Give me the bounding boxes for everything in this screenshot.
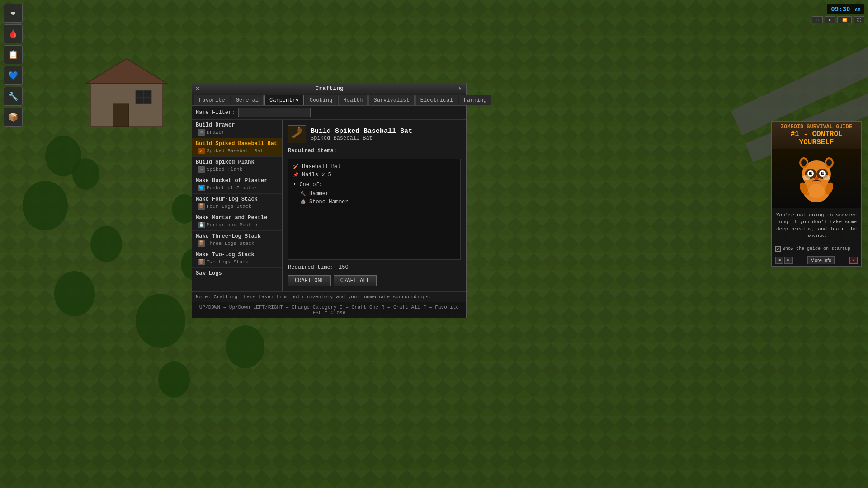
recipe-detail-panel: Build Spiked Baseball Bat Spiked Basebal…: [283, 120, 466, 291]
crafting-note: Note: Crafting items taken from both inv…: [192, 291, 466, 302]
svg-point-28: [808, 184, 825, 198]
guide-footer: ✓ Show the guide on startup: [772, 244, 861, 254]
recipe-spiked-plank[interactable]: Build Spiked Plank ▭ Spiked Plank: [192, 157, 282, 175]
recipe-spiked-plank-name: Build Spiked Plank: [196, 159, 278, 165]
guide-body-text: You're not going to survive long if you …: [772, 208, 861, 244]
tab-electrical[interactable]: Electrical: [415, 95, 458, 105]
recipe-three-log-name: Make Three-Log Stack: [196, 233, 278, 239]
craft-all-button[interactable]: CRAFT ALL: [334, 275, 377, 286]
guide-prev-button[interactable]: ◀: [775, 257, 783, 264]
heart-hud-icon[interactable]: 💙: [4, 66, 23, 85]
recipe-saw-logs-name: Saw Logs: [196, 270, 278, 277]
tree-5: [54, 271, 95, 316]
hud-panel: ❤ 🩸 📋 💙 🔧 📦: [4, 4, 23, 127]
skills-hud-icon[interactable]: 📋: [4, 45, 23, 64]
name-filter-input[interactable]: [238, 108, 311, 117]
svg-point-22: [821, 172, 824, 175]
recipe-build-drawer-sub: ▭ Drawer: [196, 129, 278, 136]
detail-header: Build Spiked Baseball Bat Spiked Basebal…: [288, 125, 461, 143]
crafting-maximize-button[interactable]: ⊡: [459, 85, 462, 92]
recipe-saw-logs[interactable]: Saw Logs: [192, 268, 282, 279]
tree-6: [136, 294, 185, 348]
ingredient-hammer: 🔨 Hammer: [292, 190, 457, 198]
recipe-four-log[interactable]: Make Four-Log Stack 🪵 Four Logs Stack: [192, 194, 282, 212]
svg-point-21: [809, 172, 812, 175]
recipe-two-log-sub: 🪵 Two Logs Stack: [196, 259, 278, 265]
svg-line-10: [302, 128, 302, 129]
ingredient-stone-hammer: 🪨 Stone Hammer: [292, 198, 457, 206]
required-items-label: Required items:: [288, 148, 461, 154]
tab-favorite[interactable]: Favorite: [194, 95, 230, 105]
expand-button[interactable]: ⛶: [854, 16, 864, 23]
play-button[interactable]: ▶: [825, 16, 835, 23]
ingredients-box: 🏏 Baseball Bat 📌 Nails x 5 • One of: 🔨 H…: [288, 159, 461, 260]
guide-next-button[interactable]: ▶: [784, 257, 793, 264]
recipe-mortar[interactable]: Make Mortar and Pestle 🧂 Mortar and Pest…: [192, 212, 282, 231]
guide-bottom-bar: ◀ ▶ More Info ✕: [772, 254, 861, 266]
recipe-spiked-bat-name: Build Spiked Baseball Bat: [196, 141, 278, 147]
svg-point-29: [803, 175, 810, 180]
guide-header-text: ZOMBOID SURVIVAL GUIDE: [775, 124, 858, 130]
survival-guide-panel: ZOMBOID SURVIVAL GUIDE #1 - CONTROL YOUR…: [771, 121, 862, 267]
crafting-content: Build Drawer ▭ Drawer Build Spiked Baseb…: [192, 120, 466, 291]
fast-forward-button[interactable]: ⏩: [837, 16, 852, 23]
tab-cooking[interactable]: Cooking: [305, 95, 337, 105]
recipe-detail-icon: [288, 125, 306, 143]
recipe-bucket-plaster[interactable]: Make Bucket of Plaster 🪣 Bucket of Plast…: [192, 175, 282, 194]
craft-one-button[interactable]: CRAFT ONE: [288, 275, 331, 286]
recipe-two-log[interactable]: Make Two-Log Stack 🪵 Two Logs Stack: [192, 249, 282, 268]
craft-buttons: CRAFT ONE CRAFT ALL: [288, 275, 461, 286]
recipe-three-log-sub: 🪵 Three Logs Stack: [196, 240, 278, 247]
tab-health[interactable]: Health: [338, 95, 368, 105]
tree-9: [158, 361, 190, 398]
show-on-startup-checkbox[interactable]: ✓: [775, 246, 781, 252]
recipe-three-log[interactable]: Make Three-Log Stack 🪵 Three Logs Stack: [192, 231, 282, 249]
crafting-close-button[interactable]: ✕: [196, 85, 199, 92]
recipe-two-log-name: Make Two-Log Stack: [196, 252, 278, 258]
name-filter-row: Name Filter:: [192, 106, 466, 120]
pause-button[interactable]: ⏸: [812, 16, 823, 23]
baseball-bat-icon: 🏏: [292, 164, 299, 170]
crafting-titlebar: ✕ Crafting ⊡: [192, 83, 466, 94]
box-hud-icon[interactable]: 📦: [4, 108, 23, 127]
recipe-list[interactable]: Build Drawer ▭ Drawer Build Spiked Baseb…: [192, 120, 283, 291]
svg-point-30: [823, 175, 830, 180]
required-time-row: Required time: 150: [288, 264, 461, 271]
recipe-spiked-bat[interactable]: Build Spiked Baseball Bat 🏏 Spiked Baseb…: [192, 138, 282, 157]
wrench-hud-icon[interactable]: 🔧: [4, 87, 23, 106]
tab-farming[interactable]: Farming: [459, 95, 491, 105]
tab-survivalist[interactable]: Survivalist: [368, 95, 414, 105]
filter-label: Name Filter:: [196, 109, 235, 116]
crafting-title: Crafting: [315, 85, 343, 92]
stone-hammer-icon: 🪨: [299, 199, 307, 205]
tab-general[interactable]: General: [231, 95, 264, 105]
svg-point-25: [814, 177, 819, 180]
media-controls-bar: ⏸ ▶ ⏩ ⛶: [812, 16, 864, 23]
crafting-shortcuts: UP/DOWN = Up/Down LEFT/RIGHT = Change Ca…: [192, 302, 466, 318]
svg-point-24: [822, 172, 824, 174]
raccoon-svg: [789, 151, 844, 206]
more-info-button[interactable]: More Info: [807, 256, 835, 264]
two-log-icon: 🪵: [198, 259, 205, 265]
health-hud-icon[interactable]: ❤: [4, 4, 23, 23]
guide-raccoon-area: [772, 149, 861, 208]
clock-ampm: AM: [855, 7, 860, 12]
ingredient-nails: 📌 Nails x 5: [292, 171, 457, 179]
detail-title-block: Build Spiked Baseball Bat Spiked Basebal…: [311, 127, 412, 141]
detail-subtitle: Spiked Baseball Bat: [311, 135, 412, 141]
svg-point-23: [811, 172, 812, 174]
spiked-bat-icon: 🏏: [198, 148, 205, 154]
svg-point-16: [826, 159, 832, 166]
blood-icon[interactable]: 🩸: [4, 24, 23, 43]
guide-close-button[interactable]: ✕: [849, 257, 858, 264]
svg-marker-1: [86, 59, 167, 84]
clock-display: 09:30 AM: [827, 4, 864, 14]
recipe-bucket-plaster-sub: 🪣 Bucket of Plaster: [196, 185, 278, 191]
tab-carpentry[interactable]: Carpentry: [264, 95, 304, 105]
recipe-build-drawer[interactable]: Build Drawer ▭ Drawer: [192, 120, 282, 138]
recipe-spiked-bat-sub: 🏏 Spiked Baseball Bat: [196, 148, 278, 154]
tree-8: [226, 325, 264, 368]
recipe-four-log-name: Make Four-Log Stack: [196, 196, 278, 202]
tree-3: [23, 181, 68, 230]
show-on-startup-label: Show the guide on startup: [783, 246, 858, 251]
